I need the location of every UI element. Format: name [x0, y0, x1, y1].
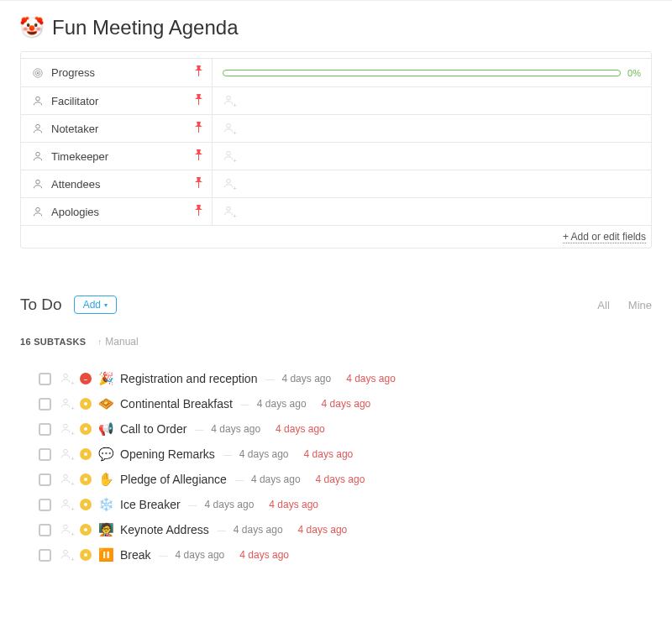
empty-assignee-icon[interactable]: + [223, 177, 234, 191]
subtask-due-date[interactable]: 4 days ago [322, 398, 371, 410]
page-title[interactable]: Fun Meeting Agenda [52, 16, 239, 39]
status-dot-icon[interactable] [80, 499, 92, 510]
subtask-checkbox[interactable] [39, 524, 51, 536]
subtask-row[interactable]: +❄️Ice Breaker—4 days ago4 days ago [20, 492, 652, 517]
subtask-row[interactable]: +💬Opening Remarks—4 days ago4 days ago [20, 442, 652, 467]
subtask-checkbox[interactable] [39, 423, 51, 436]
subtask-row[interactable]: +✋Pledge of Allegiance—4 days ago4 days … [20, 467, 652, 492]
assignee-slot-icon[interactable]: + [58, 422, 73, 437]
subtask-created-date[interactable]: 4 days ago [239, 448, 289, 460]
status-dot-icon[interactable] [80, 549, 92, 561]
subtask-title[interactable]: Keynote Address [120, 523, 209, 536]
plus-icon: + [71, 505, 75, 513]
empty-assignee-icon[interactable]: + [223, 149, 234, 164]
title-emoji-icon: 🤡 [20, 16, 44, 39]
filter-mine[interactable]: Mine [628, 299, 652, 311]
plus-icon: + [233, 102, 237, 109]
subtask-created-date[interactable]: 4 days ago [257, 398, 307, 410]
field-value[interactable]: + [213, 170, 651, 197]
subtask-due-date[interactable]: 4 days ago [298, 524, 348, 536]
subtask-checkbox[interactable] [39, 499, 51, 511]
field-label-text: Timekeeper [51, 150, 108, 163]
pin-icon[interactable] [194, 149, 203, 164]
field-value[interactable]: + [213, 198, 651, 225]
subtask-due-date[interactable]: 4 days ago [316, 473, 365, 485]
task-emoji-icon: 💬 [98, 447, 113, 462]
assignee-slot-icon[interactable]: + [58, 473, 73, 487]
subtask-row[interactable]: +–🎉Registration and reception—4 days ago… [20, 366, 652, 391]
subtask-title[interactable]: Ice Breaker [120, 498, 181, 511]
subtask-created-date[interactable]: 4 days ago [176, 549, 225, 561]
subtask-created-date[interactable]: 4 days ago [205, 499, 255, 510]
pin-icon[interactable] [194, 205, 203, 219]
progress-bar[interactable] [223, 70, 621, 76]
subtask-due-date[interactable]: 4 days ago [304, 448, 354, 460]
status-dot-icon[interactable] [80, 448, 92, 460]
pin-icon[interactable] [194, 122, 203, 136]
assignee-slot-icon[interactable]: + [58, 548, 73, 562]
status-dot-icon[interactable] [80, 524, 92, 536]
svg-rect-14 [198, 182, 199, 188]
empty-assignee-icon[interactable]: + [223, 94, 234, 108]
pin-icon[interactable] [194, 94, 203, 108]
subtask-checkbox[interactable] [39, 373, 51, 385]
field-value[interactable]: + [213, 115, 651, 142]
date-separator-icon: — [222, 450, 233, 459]
field-value[interactable]: + [213, 143, 651, 170]
subtask-title[interactable]: Pledge of Allegiance [120, 473, 227, 486]
subtask-row[interactable]: +🧑‍🏫Keynote Address—4 days ago4 days ago [20, 517, 652, 542]
subtask-row[interactable]: +🧇Continental Breakfast—4 days ago4 days… [20, 391, 652, 416]
subtask-due-date[interactable]: 4 days ago [269, 499, 318, 510]
add-or-edit-fields-link[interactable]: + Add or edit fields [563, 231, 646, 243]
sort-mode-button[interactable]: ↑ Manual [97, 336, 138, 348]
svg-point-23 [84, 427, 87, 431]
subtask-checkbox[interactable] [39, 549, 51, 562]
subtask-created-date[interactable]: 4 days ago [234, 524, 283, 536]
assignee-slot-icon[interactable]: + [58, 523, 73, 537]
subtask-created-date[interactable]: 4 days ago [251, 473, 301, 485]
pin-icon[interactable] [194, 65, 203, 80]
task-emoji-icon: ❄️ [98, 497, 113, 512]
status-dot-icon[interactable] [80, 473, 92, 485]
field-row[interactable]: Notetaker+ [21, 114, 651, 142]
subtask-checkbox[interactable] [39, 473, 51, 486]
subtask-checkbox[interactable] [39, 398, 51, 411]
field-row[interactable]: Progress0% [21, 59, 651, 86]
subtask-title[interactable]: Opening Remarks [120, 447, 215, 461]
subtask-due-date[interactable]: 4 days ago [276, 423, 325, 435]
field-row[interactable]: Apologies+ [21, 197, 651, 225]
subtask-checkbox[interactable] [39, 448, 51, 461]
filter-all[interactable]: All [597, 299, 609, 311]
status-dot-icon[interactable] [80, 423, 92, 435]
subtask-created-date[interactable]: 4 days ago [211, 423, 260, 435]
subtask-created-date[interactable]: 4 days ago [281, 373, 331, 384]
subtask-due-date[interactable]: 4 days ago [346, 373, 396, 384]
subtask-title[interactable]: Registration and reception [120, 372, 257, 385]
field-value[interactable]: 0% [213, 59, 651, 86]
assignee-slot-icon[interactable]: + [58, 498, 73, 512]
subtask-title[interactable]: Continental Breakfast [120, 397, 233, 411]
field-row[interactable]: Facilitator+ [21, 86, 651, 114]
status-dot-icon[interactable] [80, 398, 92, 410]
assignee-slot-icon[interactable]: + [58, 447, 73, 462]
subtask-row[interactable]: +📢Call to Order—4 days ago4 days ago [20, 416, 652, 442]
empty-assignee-icon[interactable]: + [223, 205, 234, 219]
subtask-title[interactable]: Call to Order [120, 422, 186, 436]
status-dot-icon[interactable]: – [80, 373, 92, 384]
add-subtask-button[interactable]: Add ▾ [74, 295, 117, 314]
field-label: Progress [21, 59, 213, 86]
person-icon [31, 123, 45, 134]
assignee-slot-icon[interactable]: + [58, 397, 73, 411]
pin-icon[interactable] [194, 177, 203, 191]
plus-icon: + [71, 556, 75, 563]
field-value[interactable]: + [213, 87, 651, 114]
subtask-row[interactable]: +⏸️Break—4 days ago4 days ago [20, 542, 652, 567]
svg-point-13 [36, 180, 40, 184]
field-row[interactable]: Timekeeper+ [21, 142, 651, 170]
subtask-due-date[interactable]: 4 days ago [239, 549, 289, 561]
field-row[interactable]: Attendees+ [21, 170, 651, 197]
sort-mode-label: Manual [105, 336, 138, 348]
empty-assignee-icon[interactable]: + [223, 122, 234, 136]
subtask-title[interactable]: Break [120, 548, 151, 562]
assignee-slot-icon[interactable]: + [58, 372, 73, 386]
